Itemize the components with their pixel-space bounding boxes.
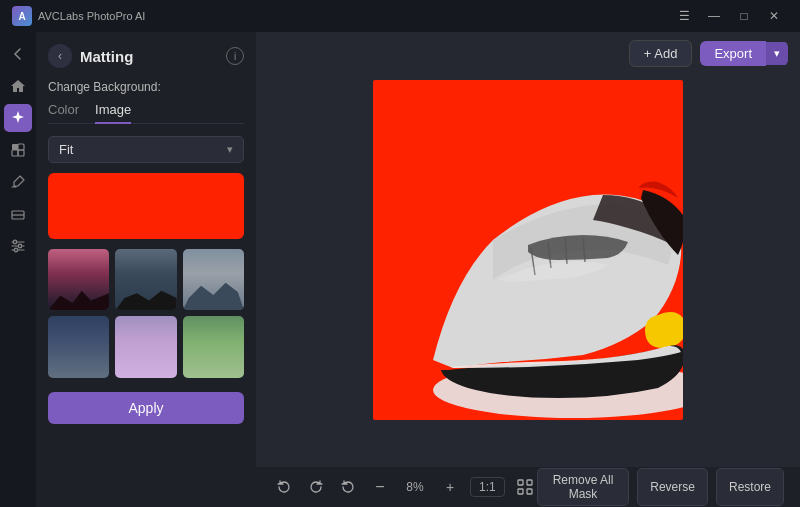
- minimize-button[interactable]: —: [700, 5, 728, 27]
- red-color-swatch[interactable]: [48, 173, 244, 239]
- export-dropdown-button[interactable]: ▾: [766, 42, 788, 65]
- svg-rect-15: [518, 489, 523, 494]
- main-content: ‹ Matting i Change Background: Color Ima…: [0, 32, 800, 507]
- canvas-area: + Add Export ▾: [256, 32, 800, 507]
- shoe-image: [373, 80, 683, 420]
- dropdown-select[interactable]: Fit ▾: [48, 136, 244, 163]
- eraser-icon-btn[interactable]: [4, 200, 32, 228]
- svg-point-9: [13, 240, 17, 244]
- zoom-in-button[interactable]: +: [438, 475, 462, 499]
- canvas-content: [256, 32, 800, 467]
- close-button[interactable]: ✕: [760, 5, 788, 27]
- icon-toolbar: [0, 32, 36, 507]
- menu-button[interactable]: ☰: [670, 5, 698, 27]
- home-icon-btn[interactable]: [4, 72, 32, 100]
- tab-color[interactable]: Color: [48, 102, 79, 123]
- zoom-percent-label: 8%: [400, 480, 430, 494]
- bg-thumbnail-2[interactable]: [115, 249, 176, 310]
- restore-button[interactable]: Restore: [716, 468, 784, 506]
- brush-icon-btn[interactable]: [4, 168, 32, 196]
- svg-rect-0: [12, 144, 18, 150]
- tab-image[interactable]: Image: [95, 102, 131, 123]
- magic-icon-btn[interactable]: [4, 104, 32, 132]
- shoe-svg: [373, 80, 683, 420]
- shoe-background: [373, 80, 683, 420]
- maximize-button[interactable]: □: [730, 5, 758, 27]
- canvas-bottom-toolbar: − 8% + 1:1 Remove All Mask Reverse Resto…: [256, 467, 800, 507]
- change-bg-label: Change Background:: [48, 80, 244, 94]
- bg-thumbnail-6[interactable]: [183, 316, 244, 377]
- zoom-ratio-button[interactable]: 1:1: [470, 477, 505, 497]
- zoom-out-button[interactable]: −: [368, 475, 392, 499]
- undo-button[interactable]: [304, 475, 328, 499]
- svg-rect-1: [18, 144, 24, 150]
- svg-rect-3: [18, 150, 24, 156]
- remove-all-mask-button[interactable]: Remove All Mask: [537, 468, 630, 506]
- svg-point-10: [18, 244, 22, 248]
- svg-point-11: [14, 248, 18, 252]
- export-button[interactable]: Export: [700, 41, 766, 66]
- bg-thumbnail-5[interactable]: [115, 316, 176, 377]
- rotate-left-button[interactable]: [272, 475, 296, 499]
- sliders-icon-btn[interactable]: [4, 232, 32, 260]
- dropdown-value: Fit: [59, 142, 73, 157]
- back-icon-btn[interactable]: [4, 40, 32, 68]
- app-logo: A AVCLabs PhotoPro AI: [12, 6, 145, 26]
- bg-thumbnail-4[interactable]: [48, 316, 109, 377]
- canvas-toolbar: + Add Export ▾: [629, 40, 788, 67]
- bottom-action-buttons: Remove All Mask Reverse Restore: [537, 468, 784, 506]
- layers-icon-btn[interactable]: [4, 136, 32, 164]
- reverse-button[interactable]: Reverse: [637, 468, 708, 506]
- sidebar-panel: ‹ Matting i Change Background: Color Ima…: [36, 32, 256, 507]
- fit-screen-button[interactable]: [513, 475, 537, 499]
- bg-thumbnail-3[interactable]: [183, 249, 244, 310]
- svg-rect-16: [527, 489, 532, 494]
- zoom-controls: − 8% + 1:1: [272, 475, 537, 499]
- info-icon[interactable]: i: [226, 47, 244, 65]
- export-button-group: Export ▾: [700, 41, 788, 66]
- window-controls: ☰ — □ ✕: [670, 5, 788, 27]
- svg-rect-13: [518, 480, 523, 485]
- sidebar-back-button[interactable]: ‹: [48, 44, 72, 68]
- title-bar: A AVCLabs PhotoPro AI ☰ — □ ✕: [0, 0, 800, 32]
- bg-tabs: Color Image: [48, 102, 244, 124]
- fit-dropdown[interactable]: Fit ▾: [48, 136, 244, 163]
- logo-icon: A: [12, 6, 32, 26]
- bg-thumbnail-1[interactable]: [48, 249, 109, 310]
- sidebar-title: Matting: [80, 48, 133, 65]
- svg-rect-14: [527, 480, 532, 485]
- dropdown-arrow-icon: ▾: [227, 143, 233, 156]
- app-name: AVCLabs PhotoPro AI: [38, 10, 145, 22]
- sidebar-header: ‹ Matting i: [48, 44, 244, 68]
- add-button[interactable]: + Add: [629, 40, 693, 67]
- image-grid: [48, 249, 244, 378]
- svg-rect-2: [12, 150, 18, 156]
- redo-button[interactable]: [336, 475, 360, 499]
- apply-button[interactable]: Apply: [48, 392, 244, 424]
